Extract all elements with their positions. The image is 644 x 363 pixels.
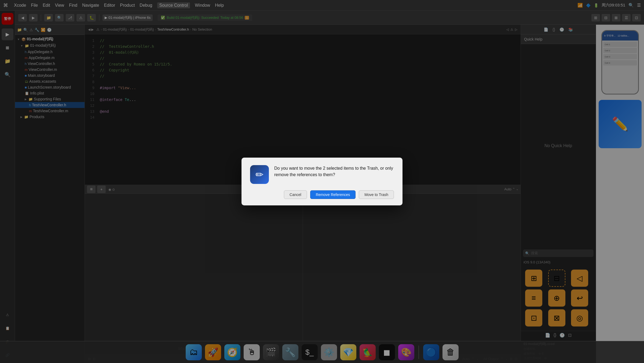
cancel-button[interactable]: Cancel bbox=[284, 190, 307, 199]
dialog-buttons: Cancel Remove References Move to Trash bbox=[250, 190, 394, 199]
svg-text:✏: ✏ bbox=[255, 169, 264, 180]
dialog-text: Do you want to move the 2 selected items… bbox=[274, 165, 394, 178]
move-to-trash-button[interactable]: Move to Trash bbox=[359, 190, 394, 199]
remove-references-button[interactable]: Remove References bbox=[310, 190, 356, 199]
dialog-title: Do you want to move the 2 selected items… bbox=[274, 165, 394, 178]
dialog-xcode-icon: ✏ bbox=[250, 165, 269, 184]
delete-dialog: ✏ Do you want to move the 2 selected ite… bbox=[241, 158, 402, 205]
dialog-overlay: ✏ Do you want to move the 2 selected ite… bbox=[0, 0, 644, 363]
dialog-content: ✏ Do you want to move the 2 selected ite… bbox=[250, 165, 394, 184]
